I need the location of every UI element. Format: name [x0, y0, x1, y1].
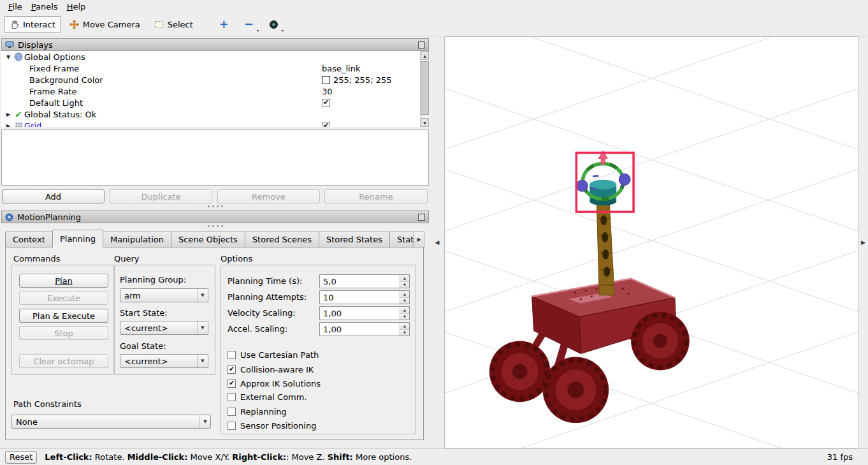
external-comm-row[interactable]: External Comm. [228, 391, 307, 402]
collision-aware-ik-checkbox[interactable] [228, 365, 236, 374]
tab-stored-scenes[interactable]: Stored Scenes [245, 232, 319, 247]
menu-panels[interactable]: Panels [27, 1, 62, 12]
background-color-value[interactable]: 255; 255; 255 [333, 75, 391, 85]
spin-down-icon[interactable]: ▼ [400, 314, 409, 320]
path-constraints-select[interactable]: None▼ [11, 415, 211, 429]
default-light-checkbox[interactable] [322, 99, 330, 107]
add-display-button[interactable]: Add [2, 189, 105, 203]
marker-handle-right[interactable] [619, 173, 630, 185]
planning-time-input[interactable]: 5,0 ▲▼ [319, 274, 410, 288]
plan-button[interactable]: Plan [19, 274, 108, 288]
expand-arrow-icon[interactable]: ▶ [4, 123, 13, 128]
menu-help[interactable]: Help [62, 1, 90, 12]
approx-ik-solutions-row[interactable]: Approx IK Solutions [228, 378, 321, 389]
use-cartesian-path-checkbox[interactable] [228, 351, 236, 359]
start-state-select[interactable]: <current>▼ [120, 321, 208, 335]
planning-group-select[interactable]: arm▼ [120, 288, 208, 302]
fps-counter: 31 fps [827, 452, 863, 462]
global-options-row[interactable]: ▼ Global Options [1, 51, 429, 63]
frame-rate-value[interactable]: 30 [322, 87, 333, 96]
global-status-row[interactable]: ▶ ✔ Global Status: Ok [1, 108, 429, 120]
marker-handle-left[interactable] [576, 180, 588, 191]
chevron-down-icon: ▼ [197, 321, 208, 334]
spin-up-icon[interactable]: ▲ [400, 291, 409, 298]
displays-float-button[interactable] [418, 41, 425, 48]
dock-splitter-handle[interactable] [208, 205, 223, 207]
grid-row[interactable]: ▶ Grid [1, 120, 429, 127]
spin-up-icon[interactable]: ▲ [400, 323, 409, 330]
fixed-frame-value[interactable]: base_link [322, 64, 360, 73]
collapse-right-icon[interactable]: ▶ [861, 239, 865, 246]
dock-splitter-handle[interactable] [208, 225, 223, 227]
sensor-positioning-row[interactable]: Sensor Positioning [228, 420, 316, 431]
replanning-checkbox[interactable] [228, 408, 236, 416]
rename-display-button[interactable]: Rename [324, 189, 428, 203]
add-tool-button[interactable]: + [213, 16, 235, 33]
scroll-down-ic[interactable]: ▼ [421, 118, 429, 127]
spin-down-icon[interactable]: ▼ [400, 330, 409, 336]
duplicate-display-button[interactable]: Duplicate [110, 189, 212, 203]
collision-aware-ik-row[interactable]: Collision-aware IK [228, 364, 314, 375]
motionplanning-panel-title: MotionPlanning [17, 212, 81, 222]
move-camera-tool-button[interactable]: Move Camera [64, 16, 146, 33]
tab-scroll-right-button[interactable]: ▶ [414, 232, 424, 247]
reset-button[interactable]: Reset [5, 451, 37, 464]
robot-wheel-right [631, 312, 690, 371]
background-color-swatch[interactable] [322, 76, 330, 84]
status-bar: Reset Left-Click: Rotate. Middle-Click: … [0, 448, 868, 465]
spin-up-icon[interactable]: ▲ [400, 275, 409, 282]
render-viewport[interactable] [444, 36, 858, 448]
chevron-down-icon: ▼ [197, 289, 208, 302]
velocity-scaling-input[interactable]: 1,00 ▲▼ [319, 306, 410, 320]
collapse-arrow-icon[interactable]: ▼ [4, 54, 13, 60]
approx-ik-solutions-checkbox[interactable] [228, 380, 236, 388]
grid-display-label[interactable]: Grid [24, 121, 41, 128]
goal-state-select[interactable]: <current>▼ [120, 354, 208, 368]
tab-planning[interactable]: Planning [52, 230, 103, 247]
motionplanning-panel-titlebar[interactable]: MotionPlanning [1, 210, 429, 223]
scrollbar-thumb[interactable] [421, 61, 429, 115]
fixed-frame-row[interactable]: Fixed Frame base_link [1, 63, 429, 74]
sensor-positioning-checkbox[interactable] [228, 422, 236, 430]
replanning-row[interactable]: Replanning [228, 406, 287, 417]
accel-scaling-input[interactable]: 1,00 ▲▼ [319, 322, 410, 336]
select-tool-button[interactable]: Select [148, 16, 199, 33]
expand-arrow-icon[interactable]: ▶ [4, 112, 13, 117]
menu-file[interactable]: File [4, 1, 27, 12]
default-light-row[interactable]: Default Light [1, 97, 429, 108]
viewport-splitter[interactable]: ◀ [430, 36, 444, 448]
remove-display-button[interactable]: Remove [217, 189, 320, 203]
interact-tool-button[interactable]: Interact [4, 16, 61, 33]
frame-rate-row[interactable]: Frame Rate 30 [1, 85, 429, 97]
grid-enabled-checkbox[interactable] [322, 122, 330, 128]
motionplanning-float-button[interactable] [418, 214, 425, 221]
background-color-label: Background Color [29, 75, 103, 85]
external-comm-checkbox[interactable] [228, 393, 236, 401]
planning-attempts-input[interactable]: 10 ▲▼ [319, 290, 410, 304]
collapse-left-icon[interactable]: ◀ [435, 239, 440, 246]
scroll-up-icon[interactable]: ▲ [421, 51, 429, 60]
spin-down-icon[interactable]: ▼ [400, 282, 409, 288]
commands-section-label: Commands [13, 254, 61, 263]
tab-scene-objects[interactable]: Scene Objects [171, 232, 245, 247]
motionplanning-panel-icon [5, 213, 13, 221]
displays-panel-titlebar[interactable]: Displays [1, 38, 429, 51]
plan-and-execute-button[interactable]: Plan & Execute [19, 309, 108, 323]
tab-manipulation[interactable]: Manipulation [103, 232, 171, 247]
use-cartesian-path-row[interactable]: Use Cartesian Path [228, 349, 319, 360]
tree-scrollbar[interactable]: ▲ ▼ [420, 51, 429, 127]
execute-button[interactable]: Execute [19, 291, 108, 305]
stop-button[interactable]: Stop [19, 326, 108, 340]
chevron-down-icon: ▼ [199, 415, 210, 428]
chevron-down-icon: ▼ [197, 355, 208, 367]
spin-down-icon[interactable]: ▼ [400, 298, 409, 304]
spin-up-icon[interactable]: ▲ [400, 307, 409, 314]
clear-octomap-button[interactable]: Clear octomap [19, 354, 108, 368]
right-splitter[interactable]: ▶ [858, 36, 868, 448]
tab-context[interactable]: Context [5, 232, 53, 247]
background-color-row[interactable]: Background Color 255; 255; 255 [1, 74, 429, 85]
robot-wheel-left [489, 341, 551, 402]
tab-stored-states[interactable]: Stored States [319, 232, 390, 247]
remove-tool-button[interactable]: −▾ [238, 16, 260, 33]
tool-properties-button[interactable]: ▾ [263, 16, 285, 33]
